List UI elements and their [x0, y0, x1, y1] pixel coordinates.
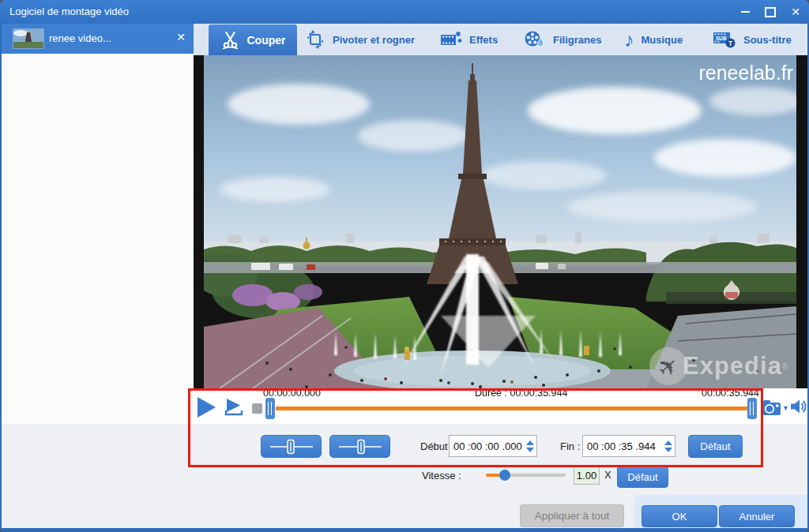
start-time-field[interactable]: 00 :00 :00 .000: [449, 435, 537, 457]
trim-default-button[interactable]: Défaut: [688, 435, 743, 458]
timeline-start-label: 00:00:00.000: [263, 388, 321, 399]
set-end-button[interactable]: [329, 435, 390, 458]
expedia-logo-icon: ✈: [649, 347, 687, 385]
video-frame: [204, 55, 796, 388]
watermark-icon: [524, 30, 546, 49]
speed-value-field[interactable]: 1.00: [574, 466, 600, 485]
snapshot-button[interactable]: [760, 399, 781, 419]
svg-text:SUB: SUB: [716, 36, 727, 41]
tab-musique[interactable]: ♪ Musique: [624, 24, 683, 55]
app-window: Logiciel de montage vidéo ✕ renee video.…: [0, 0, 809, 532]
play-selection-icon: [224, 398, 245, 417]
play-selection-button[interactable]: [224, 398, 245, 420]
snapshot-dropdown[interactable]: ▼: [782, 404, 789, 412]
video-preview: reneelab.fr ✈ Expedia®: [194, 55, 807, 388]
speed-label: Vitesse :: [422, 470, 461, 481]
set-start-button[interactable]: [261, 435, 322, 458]
tab-sous-titre[interactable]: SUBT Sous-titre: [713, 24, 792, 55]
trim-start-handle[interactable]: [265, 398, 275, 419]
watermark-reneelab: reneelab.fr: [698, 62, 793, 84]
minimize-icon: [741, 11, 750, 13]
rotate-crop-icon: [305, 29, 325, 50]
cancel-button[interactable]: Annuler: [719, 505, 795, 527]
clip-close-icon[interactable]: ✕: [174, 31, 188, 43]
speed-slider-handle[interactable]: [499, 470, 510, 481]
watermark-expedia: ✈ Expedia®: [649, 347, 788, 385]
subtitle-icon: SUBT: [713, 30, 736, 49]
trim-start-icon: [269, 439, 314, 455]
spinner-down-icon[interactable]: [664, 448, 672, 452]
music-icon: ♪: [624, 32, 634, 47]
tab-filigranes[interactable]: Filigranes: [524, 24, 601, 55]
end-field-label: Fin :: [560, 440, 580, 452]
start-time-spinner[interactable]: [524, 440, 536, 452]
clip-list-panel: [2, 54, 194, 424]
spinner-down-icon[interactable]: [526, 448, 534, 452]
end-time-spinner[interactable]: [662, 440, 675, 452]
clip-thumbnail: [13, 28, 44, 49]
volume-button[interactable]: [790, 398, 807, 418]
minimize-button[interactable]: [736, 4, 754, 20]
start-time-value: 00 :00 :00 .000: [450, 440, 524, 452]
tab-label: Effets: [469, 34, 498, 46]
timeline-end-label: 00:00:35.944: [702, 388, 759, 399]
tab-label: Sous-titre: [743, 34, 792, 46]
end-time-value: 00 :00 :35 .944: [583, 440, 662, 452]
apply-all-button[interactable]: Appliquer à tout: [520, 504, 624, 527]
spinner-up-icon[interactable]: [526, 440, 534, 445]
svg-text:T: T: [728, 39, 733, 47]
tab-label: Couper: [247, 34, 286, 47]
stop-button[interactable]: [252, 403, 262, 414]
clip-name: renee video...: [49, 32, 111, 44]
tab-effets[interactable]: Effets: [440, 24, 498, 55]
maximize-icon: [765, 7, 776, 17]
trim-end-icon: [337, 439, 383, 455]
speaker-icon: [790, 398, 807, 415]
close-icon: ✕: [791, 6, 800, 18]
maximize-button[interactable]: [761, 4, 780, 20]
tab-label: Pivoter et rogner: [333, 34, 415, 46]
speed-default-button[interactable]: Défaut: [617, 466, 668, 488]
tab-bar: Couper Pivoter et rogner Effets Filigran…: [194, 24, 807, 55]
clip-tab[interactable]: renee video... ✕: [2, 24, 194, 54]
spinner-up-icon[interactable]: [664, 440, 672, 445]
tab-label: Musique: [642, 34, 683, 46]
tab-label: Filigranes: [553, 34, 601, 46]
effects-icon: [440, 31, 462, 48]
trim-end-handle[interactable]: [747, 398, 757, 419]
ok-button[interactable]: OK: [642, 505, 717, 527]
timeline-duration-label: Durée : 00:00:35.944: [475, 388, 567, 399]
camera-icon: [760, 399, 781, 416]
timeline-track[interactable]: [276, 406, 747, 410]
title-bar: Logiciel de montage vidéo ✕: [0, 0, 809, 24]
window-title: Logiciel de montage vidéo: [9, 6, 129, 17]
scissors-icon: [220, 30, 240, 50]
tab-pivoter-rogner[interactable]: Pivoter et rogner: [305, 24, 415, 55]
end-time-field[interactable]: 00 :00 :35 .944: [582, 435, 675, 457]
start-field-label: Début: [420, 440, 448, 452]
play-button[interactable]: [198, 397, 216, 418]
tab-couper[interactable]: Couper: [209, 24, 297, 55]
close-button[interactable]: ✕: [786, 4, 805, 20]
speed-unit-label: X: [604, 469, 611, 481]
